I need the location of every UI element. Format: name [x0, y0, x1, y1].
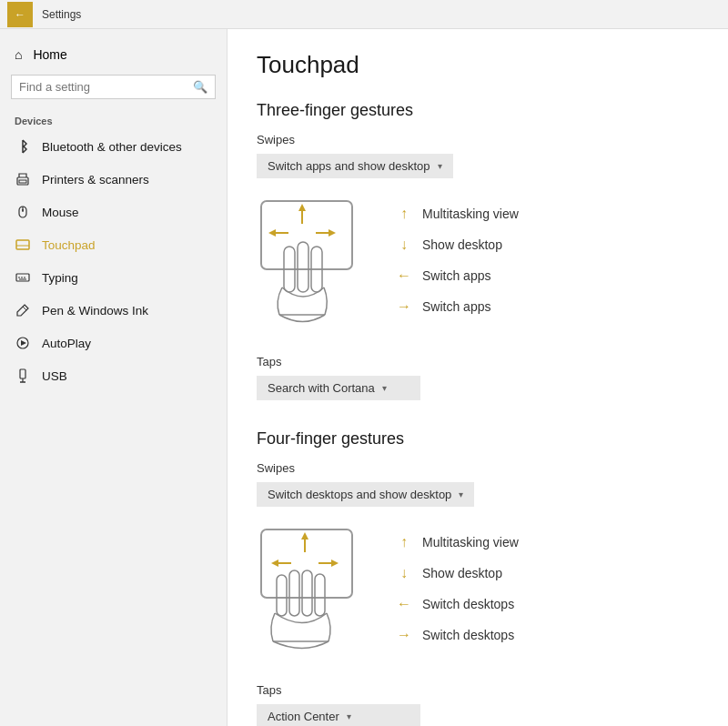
four-gesture-label-right: Switch desktops — [422, 628, 514, 642]
three-taps-label: Taps — [257, 355, 699, 368]
four-gesture-item-right: → Switch desktops — [395, 627, 519, 643]
touchpad-label: Touchpad — [42, 238, 96, 252]
gesture-item-left: ← Switch apps — [395, 267, 519, 284]
four-gesture-item-down: ↓ Show desktop — [395, 565, 519, 581]
svg-rect-39 — [315, 574, 325, 616]
svg-marker-14 — [21, 340, 26, 346]
back-icon: ← — [15, 8, 25, 21]
svg-rect-36 — [277, 575, 287, 616]
four-gesture-item-up: ↑ Multitasking view — [395, 534, 519, 550]
sidebar-item-usb[interactable]: USB — [0, 359, 227, 392]
four-gesture-item-left: ← Switch desktops — [395, 596, 519, 612]
home-icon: ⌂ — [15, 47, 22, 62]
svg-rect-37 — [289, 570, 299, 616]
section-label: Devices — [0, 110, 227, 130]
four-finger-title: Four-finger gestures — [257, 429, 699, 449]
three-swipes-label: Swipes — [257, 133, 699, 146]
typing-icon — [15, 269, 31, 286]
pen-icon — [15, 302, 31, 318]
gesture-label-right: Switch apps — [422, 299, 490, 314]
printers-icon — [15, 171, 31, 187]
gesture-item-right: → Switch apps — [395, 298, 519, 315]
search-box: 🔍 — [11, 75, 216, 99]
four-right-arrow-icon: → — [395, 627, 413, 643]
four-gesture-label-down: Show desktop — [422, 566, 502, 580]
bluetooth-label: Bluetooth & other devices — [42, 140, 182, 154]
pen-label: Pen & Windows Ink — [42, 304, 148, 318]
three-taps-value: Search with Cortana — [268, 381, 375, 395]
three-swipes-value: Switch apps and show desktop — [268, 159, 430, 173]
four-finger-gesture-list: ↑ Multitasking view ↓ Show desktop ← Swi… — [395, 525, 519, 643]
right-arrow-icon: → — [395, 298, 413, 315]
mouse-icon — [15, 204, 31, 220]
svg-rect-26 — [298, 242, 308, 292]
svg-marker-33 — [271, 560, 278, 567]
four-up-arrow-icon: ↑ — [395, 534, 413, 550]
main-layout: ⌂ Home 🔍 Devices Bluetooth & other devic… — [0, 29, 728, 726]
sidebar-item-autoplay[interactable]: AutoPlay — [0, 327, 227, 359]
svg-rect-5 — [16, 240, 29, 249]
svg-rect-38 — [302, 570, 312, 616]
svg-marker-35 — [331, 560, 339, 567]
svg-rect-1 — [19, 180, 26, 183]
left-arrow-icon: ← — [395, 267, 413, 284]
svg-rect-15 — [20, 369, 25, 378]
autoplay-icon — [15, 335, 31, 351]
svg-marker-31 — [301, 532, 308, 539]
gesture-label-down: Show desktop — [422, 237, 502, 252]
chevron-down-icon: ▾ — [438, 161, 442, 171]
four-taps-label: Taps — [257, 683, 699, 697]
three-swipes-dropdown[interactable]: Switch apps and show desktop ▾ — [257, 154, 453, 178]
sidebar-item-bluetooth[interactable]: Bluetooth & other devices — [0, 130, 227, 163]
four-swipes-label: Swipes — [257, 461, 699, 475]
page-title: Touchpad — [257, 51, 699, 79]
typing-label: Typing — [42, 271, 78, 285]
back-button[interactable]: ← — [7, 2, 33, 27]
four-swipes-value: Switch desktops and show desktop — [268, 488, 451, 501]
sidebar-item-touchpad[interactable]: Touchpad — [0, 228, 227, 261]
content-area: Touchpad Three-finger gestures Swipes Sw… — [228, 29, 728, 726]
up-arrow-icon: ↑ — [395, 206, 413, 222]
three-finger-gesture-area: ↑ Multitasking view ↓ Show desktop ← Swi… — [257, 197, 699, 333]
sidebar-item-home[interactable]: ⌂ Home — [0, 40, 227, 69]
chevron-down-icon-four-swipes: ▾ — [459, 489, 463, 499]
window-title: Settings — [42, 8, 81, 21]
svg-marker-20 — [298, 204, 306, 211]
four-left-arrow-icon: ← — [395, 596, 413, 612]
chevron-down-icon-four-taps: ▾ — [347, 711, 351, 721]
svg-line-12 — [23, 307, 26, 310]
four-taps-value: Action Center — [268, 710, 339, 723]
gesture-item-up: ↑ Multitasking view — [395, 206, 519, 222]
three-finger-title: Three-finger gestures — [257, 101, 699, 120]
four-swipes-dropdown[interactable]: Switch desktops and show desktop ▾ — [257, 482, 474, 507]
three-finger-gesture-list: ↑ Multitasking view ↓ Show desktop ← Swi… — [395, 197, 519, 315]
four-finger-gesture-area: ↑ Multitasking view ↓ Show desktop ← Swi… — [257, 525, 699, 661]
sidebar-item-pen[interactable]: Pen & Windows Ink — [0, 294, 227, 327]
three-taps-dropdown[interactable]: Search with Cortana ▾ — [257, 376, 420, 400]
four-taps-dropdown[interactable]: Action Center ▾ — [257, 704, 420, 726]
title-bar: ← Settings — [0, 0, 728, 29]
touchpad-icon — [15, 237, 31, 253]
down-arrow-icon: ↓ — [395, 237, 413, 253]
sidebar-item-typing[interactable]: Typing — [0, 261, 227, 294]
svg-rect-7 — [16, 274, 29, 281]
sidebar-home-label: Home — [33, 47, 66, 62]
svg-marker-22 — [268, 229, 276, 237]
sidebar: ⌂ Home 🔍 Devices Bluetooth & other devic… — [0, 29, 228, 726]
usb-icon — [15, 368, 31, 384]
printers-label: Printers & scanners — [42, 173, 149, 187]
four-finger-illustration — [257, 525, 366, 661]
bluetooth-icon — [15, 138, 31, 155]
sidebar-item-printers[interactable]: Printers & scanners — [0, 163, 227, 196]
svg-point-4 — [22, 209, 24, 211]
usb-label: USB — [42, 369, 67, 383]
gesture-item-down: ↓ Show desktop — [395, 237, 519, 253]
autoplay-label: AutoPlay — [42, 337, 91, 350]
sidebar-item-mouse[interactable]: Mouse — [0, 196, 227, 228]
gesture-label-up: Multitasking view — [422, 207, 519, 221]
svg-marker-24 — [329, 229, 336, 237]
four-gesture-label-up: Multitasking view — [422, 535, 519, 550]
four-gesture-label-left: Switch desktops — [422, 597, 514, 611]
search-icon: 🔍 — [193, 80, 207, 94]
search-input[interactable] — [19, 80, 187, 94]
